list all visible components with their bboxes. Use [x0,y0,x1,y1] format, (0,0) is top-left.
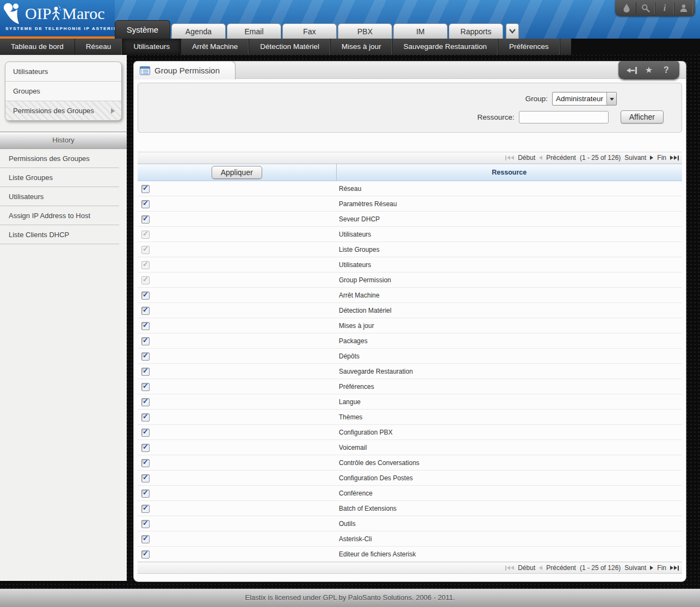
row-checkbox[interactable] [141,292,150,300]
checkbox-cell [138,272,336,288]
group-select[interactable]: Administrateur [552,92,617,106]
pagination-last-icon[interactable] [670,566,679,571]
tab-rapports[interactable]: Rapports [449,23,503,39]
row-checkbox[interactable] [141,383,150,391]
row-checkbox[interactable] [141,337,150,345]
history-item-utilisateurs[interactable]: Utilisateurs [0,187,119,206]
row-checkbox[interactable] [141,444,150,452]
sidebar-item-groupes[interactable]: Groupes [5,81,121,101]
row-checkbox[interactable] [141,505,150,513]
nav-item-tableau-de-bord[interactable]: Tableau de bord [0,39,75,55]
resource-label: Arrêt Machine [336,288,682,303]
history-item-liste-groupes[interactable]: Liste Groupes [0,168,119,187]
tab-agenda[interactable]: Agenda [171,23,226,39]
info-icon[interactable]: i [655,2,674,14]
sidebar-item-permissions-des-groupes[interactable]: Permissions des Groupes [5,101,121,120]
table-row: Sauvegarde Restauration [138,364,682,379]
pagination-first-button[interactable]: Début [518,154,535,162]
pagination-prev-icon[interactable] [539,156,542,160]
pagination-first-icon[interactable] [505,566,514,571]
pagination-next-button[interactable]: Suivant [624,564,646,572]
row-checkbox[interactable] [141,520,150,528]
row-checkbox [141,231,150,239]
history-item-permissions-des-groupes[interactable]: Permissions des Groupes [0,149,119,168]
row-checkbox[interactable] [141,200,150,208]
table-row: Arrêt Machine [138,288,682,303]
tab-im[interactable]: IM [393,23,448,39]
resource-label: Dépôts [336,349,682,364]
resource-input[interactable] [519,111,609,123]
logo-row: OIP Maroc [3,2,115,25]
tab-pbx[interactable]: PBX [338,23,392,39]
tabs-overflow-button[interactable] [506,23,519,39]
show-button[interactable]: Afficher [621,110,664,123]
pagination-last-button[interactable]: Fin [657,564,666,572]
pagination-first-button[interactable]: Début [518,564,535,572]
row-checkbox[interactable] [141,474,150,482]
checkbox-cell [138,440,336,455]
history-item-liste-clients-dhcp[interactable]: Liste Clients DHCP [0,225,119,244]
tab-systeme[interactable]: Système [115,20,170,39]
row-checkbox[interactable] [141,352,150,361]
row-checkbox[interactable] [141,322,150,330]
help-icon[interactable]: ? [658,64,675,77]
user-icon[interactable] [674,2,693,14]
nav-item-detection-materiel[interactable]: Détection Matériel [249,39,331,55]
logo-tagline: SYSTEME DE TELEPHONIE IP ASTERISK [5,26,115,31]
nav-item-utilisateurs[interactable]: Utilisateurs [122,39,181,55]
resource-label: Détection Matériel [336,303,682,318]
pagination-first-icon[interactable] [505,156,514,160]
app-header: OIP Maroc SYSTEME DE TELEPHONIE IP ASTER… [0,0,700,39]
row-checkbox[interactable] [141,490,150,498]
resource-label: Editeur de fichiers Asterisk [336,547,682,562]
resource-label: Voicemail [336,440,682,455]
sidebar: UtilisateursGroupesPermissions des Group… [0,55,127,581]
row-checkbox[interactable] [141,535,150,543]
checkbox-cell [138,257,336,272]
history-header: History [0,132,127,149]
row-checkbox[interactable] [141,398,150,406]
checkbox-cell [138,394,336,410]
pagination-last-icon[interactable] [670,156,679,160]
row-checkbox[interactable] [141,368,150,376]
tab-group-permission[interactable]: Group Permission [133,61,236,79]
row-checkbox[interactable] [141,550,150,559]
apply-button[interactable]: Appliquer [212,166,262,179]
star-icon[interactable]: ★ [640,64,658,77]
content-panel: Group Permission ★ ? Group: Administrate… [133,61,686,582]
search-icon[interactable] [636,2,655,14]
nav-item-mises-a-jour[interactable]: Mises à jour [331,39,393,55]
table-row: Group Permission [138,272,682,288]
row-checkbox[interactable] [141,413,150,422]
row-checkbox[interactable] [141,429,150,437]
row-checkbox[interactable] [141,459,150,467]
tab-email[interactable]: Email [227,23,281,39]
table-row: Seveur DHCP [138,212,682,227]
pagination-next-button[interactable]: Suivant [624,154,646,162]
row-checkbox[interactable] [141,215,150,224]
resource-column-header: Ressource [336,164,682,181]
history-item-assign-ip-address-to-host[interactable]: Assign IP Address to Host [0,206,119,225]
exit-icon[interactable] [623,64,640,77]
logo-figure-icon [3,3,26,24]
nav-item-arret-machine[interactable]: Arrêt Machine [181,39,249,55]
nav-item-sauvegarde-restauration[interactable]: Sauvegarde Restauration [393,39,498,55]
nav-item-preferences[interactable]: Préférences [498,39,560,55]
pagination-last-button[interactable]: Fin [657,154,666,162]
drop-icon[interactable] [617,2,636,14]
table-row: Conférence [138,486,682,501]
logo-sparkle-icon [52,5,61,22]
sidebar-item-utilisateurs[interactable]: Utilisateurs [5,62,121,81]
nav-item-reseau[interactable]: Réseau [75,39,123,55]
tab-fax[interactable]: Fax [282,23,337,39]
arrow-right-icon [111,108,117,114]
pagination-next-icon[interactable] [650,156,653,160]
pagination-prev-icon[interactable] [539,566,542,570]
pagination-prev-button[interactable]: Précédent [546,564,576,572]
pagination-top: DébutPrécédent(1 - 25 of 126)SuivantFin [138,152,682,164]
table-row: Liste Groupes [138,242,682,257]
row-checkbox[interactable] [141,185,150,193]
pagination-prev-button[interactable]: Précédent [546,154,576,162]
row-checkbox[interactable] [141,307,150,315]
pagination-next-icon[interactable] [650,566,653,570]
